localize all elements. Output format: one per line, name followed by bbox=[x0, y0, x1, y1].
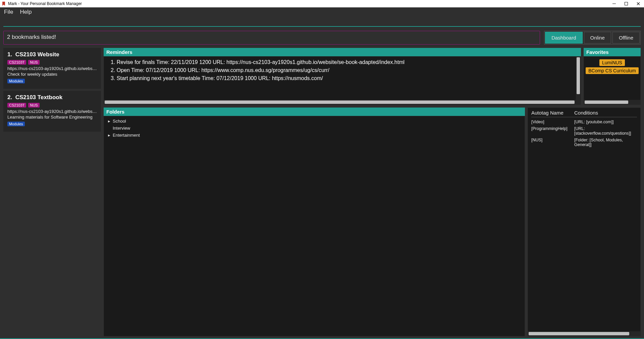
menu-file[interactable]: File bbox=[4, 9, 13, 15]
reminders-panel: Reminders 1. Revise for finals Time: 22/… bbox=[104, 48, 581, 105]
maximize-button[interactable] bbox=[624, 1, 629, 6]
reminder-item: 2. Open Time: 07/12/2019 1000 URL: https… bbox=[111, 67, 578, 73]
folder-item[interactable]: ▸ School bbox=[107, 118, 522, 125]
bookmark-tag: NUS bbox=[28, 60, 39, 65]
bookmark-tag: CS2103T bbox=[7, 103, 26, 108]
bookmark-index: 1. bbox=[7, 51, 12, 58]
autotag-col-conditions: Conditions bbox=[574, 110, 637, 116]
menubar: File Help bbox=[0, 7, 644, 17]
app-root: File Help 2 bookmarks listed! Dashboard … bbox=[0, 7, 644, 339]
reminders-hscroll[interactable] bbox=[104, 100, 581, 105]
chevron-right-icon: ▸ bbox=[108, 133, 111, 138]
command-input[interactable] bbox=[3, 17, 641, 27]
tab-online[interactable]: Online bbox=[584, 32, 611, 44]
svg-rect-1 bbox=[625, 2, 628, 5]
autotag-hscroll[interactable] bbox=[528, 331, 640, 336]
minimize-button[interactable] bbox=[612, 1, 616, 6]
favorites-hscroll[interactable] bbox=[584, 100, 640, 105]
folder-label: Entertainment bbox=[113, 133, 140, 138]
autotag-condition: [Folder: [School, Modules, General]] bbox=[574, 138, 637, 147]
bookmark-desc: Learning materials for Software Engineer… bbox=[7, 115, 97, 120]
bookmark-list: 1. CS2103 Website CS2103T NUS https://nu… bbox=[1, 48, 101, 336]
folder-item[interactable]: Interview bbox=[107, 125, 522, 132]
bookmark-tag: NUS bbox=[28, 103, 39, 108]
autotag-panel: Autotag Name Conditions [Video] [URL: [y… bbox=[528, 108, 641, 336]
reminders-vscroll[interactable] bbox=[576, 57, 581, 100]
bookmark-card[interactable]: 2. CS2103 Textbook CS2103T NUS https://n… bbox=[3, 91, 101, 132]
favorite-item[interactable]: BComp CS Curriculum bbox=[586, 67, 639, 74]
folder-label: School bbox=[113, 119, 126, 124]
tab-dashboard[interactable]: Dashboard bbox=[545, 32, 582, 44]
bookmark-tag: Modules bbox=[7, 79, 25, 83]
bookmark-url: https://nus-cs2103-ay1920s1.github.io/we… bbox=[7, 109, 97, 114]
folders-header: Folders bbox=[104, 108, 525, 116]
autotag-name: [NUS] bbox=[531, 138, 574, 147]
autotag-row: [ProgrammingHelp] [URL: [stackoverflow.c… bbox=[531, 125, 637, 137]
favorites-header: Favorites bbox=[584, 48, 641, 56]
close-button[interactable] bbox=[636, 1, 641, 6]
menu-help[interactable]: Help bbox=[20, 9, 32, 15]
status-message: 2 bookmarks listed! bbox=[3, 31, 540, 45]
tab-offline[interactable]: Offline bbox=[612, 32, 640, 44]
bookmark-tag: CS2103T bbox=[7, 60, 26, 65]
autotag-name: [ProgrammingHelp] bbox=[531, 126, 574, 136]
autotag-name: [Video] bbox=[531, 120, 574, 124]
folder-item[interactable]: ▸ Entertainment bbox=[107, 132, 522, 139]
window-titlebar: Mark - Your Personal Bookmark Manager bbox=[0, 0, 644, 7]
favorite-item[interactable]: LumiNUS bbox=[599, 59, 625, 66]
bookmark-title: CS2103 Website bbox=[15, 51, 59, 58]
autotag-condition: [URL: [youtube.com]] bbox=[574, 120, 637, 124]
reminders-header: Reminders bbox=[104, 48, 581, 56]
autotag-condition: [URL: [stackoverflow.com/questions]] bbox=[574, 126, 637, 136]
bookmark-desc: Check for weekly updates bbox=[7, 72, 97, 77]
folders-panel: Folders ▸ School Interview bbox=[104, 108, 525, 336]
bookmark-card[interactable]: 1. CS2103 Website CS2103T NUS https://nu… bbox=[3, 48, 101, 89]
favorites-panel: Favorites LumiNUS BComp CS Curriculum bbox=[584, 48, 641, 105]
autotag-row: [Video] [URL: [youtube.com]] bbox=[531, 119, 637, 125]
chevron-right-icon: ▸ bbox=[108, 119, 111, 124]
autotag-row: [NUS] [Folder: [School, Modules, General… bbox=[531, 137, 637, 148]
view-tabs: Dashboard Online Offline bbox=[544, 31, 641, 45]
autotag-col-name: Autotag Name bbox=[531, 110, 574, 116]
bookmark-title: CS2103 Textbook bbox=[15, 94, 62, 100]
bookmark-index: 2. bbox=[7, 94, 12, 100]
folder-label: Interview bbox=[113, 126, 130, 131]
app-icon bbox=[1, 1, 6, 6]
bookmark-tag: Modules bbox=[7, 122, 25, 126]
reminder-item: 1. Revise for finals Time: 22/11/2019 12… bbox=[111, 59, 578, 65]
bookmark-url: https://nus-cs2103-ay1920s1.github.io/we… bbox=[7, 66, 97, 71]
window-title: Mark - Your Personal Bookmark Manager bbox=[8, 1, 82, 6]
reminder-item: 3. Start planning next year's timetable … bbox=[111, 75, 578, 81]
